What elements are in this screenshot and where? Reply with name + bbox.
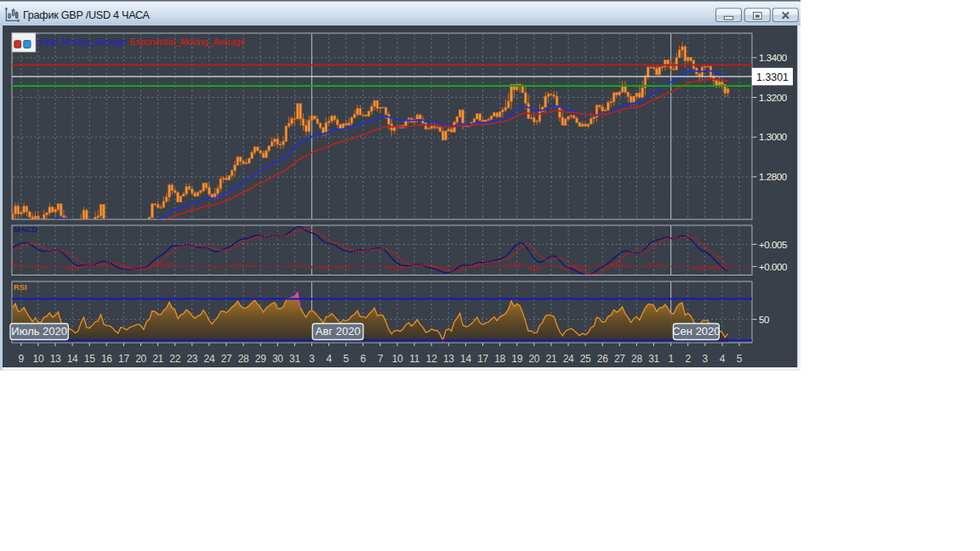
svg-text:27: 27: [614, 353, 625, 365]
svg-text:13: 13: [443, 353, 454, 365]
svg-text:MACD: MACD: [14, 225, 37, 234]
svg-text:5: 5: [737, 353, 743, 365]
svg-text:24: 24: [204, 353, 215, 365]
svg-text:26: 26: [597, 353, 608, 365]
svg-text:Сен 2020: Сен 2020: [672, 325, 720, 338]
svg-text:Авг 2020: Авг 2020: [316, 325, 361, 338]
svg-text:1: 1: [668, 353, 674, 365]
svg-text:Exponential_Moving_Average: Exponential_Moving_Average: [130, 37, 246, 47]
svg-text:1.3301: 1.3301: [756, 71, 789, 83]
svg-text:20: 20: [528, 353, 539, 365]
svg-text:19: 19: [511, 353, 522, 365]
svg-text:31: 31: [648, 353, 659, 365]
svg-text:14: 14: [67, 353, 78, 365]
svg-text:21: 21: [152, 353, 163, 365]
svg-text:3: 3: [309, 353, 315, 365]
svg-text:16: 16: [101, 353, 112, 365]
svg-text:25: 25: [580, 353, 591, 365]
svg-text:50: 50: [759, 314, 769, 325]
svg-text:1.3000: 1.3000: [759, 131, 787, 142]
svg-text:RSI: RSI: [14, 283, 27, 292]
svg-text:29: 29: [255, 353, 266, 365]
svg-text:28: 28: [238, 353, 249, 365]
svg-text:График GBP /USD 4 ЧАСА: График GBP /USD 4 ЧАСА: [23, 9, 151, 21]
svg-text:3: 3: [703, 353, 709, 365]
svg-text:21: 21: [546, 353, 557, 365]
svg-text:13: 13: [50, 353, 61, 365]
svg-text:22: 22: [169, 353, 180, 365]
svg-text:✕: ✕: [781, 9, 790, 22]
svg-text:1.2800: 1.2800: [759, 171, 787, 182]
svg-text:1.3400: 1.3400: [759, 52, 787, 63]
svg-text:6: 6: [361, 353, 367, 365]
svg-text:4: 4: [720, 353, 726, 365]
svg-text:17: 17: [477, 353, 488, 365]
svg-text:5: 5: [344, 353, 350, 365]
svg-text:30: 30: [272, 353, 283, 365]
svg-text:10: 10: [33, 353, 44, 365]
svg-text:20: 20: [135, 353, 146, 365]
svg-text:4: 4: [326, 353, 332, 365]
svg-text:14: 14: [460, 353, 471, 365]
svg-text:+0.005: +0.005: [759, 239, 787, 250]
svg-text:+0.000: +0.000: [759, 261, 787, 272]
svg-text:9: 9: [19, 353, 25, 365]
svg-text:2: 2: [686, 353, 692, 365]
svg-text:10: 10: [392, 353, 403, 365]
svg-text:23: 23: [186, 353, 197, 365]
svg-text:1.3200: 1.3200: [759, 92, 787, 103]
svg-text:15: 15: [84, 353, 95, 365]
svg-text:27: 27: [221, 353, 232, 365]
svg-text:28: 28: [631, 353, 642, 365]
svg-text:17: 17: [118, 353, 129, 365]
svg-text:12: 12: [426, 353, 437, 365]
svg-text:31: 31: [289, 353, 300, 365]
svg-text:Июль 2020: Июль 2020: [11, 325, 67, 338]
svg-text:24: 24: [563, 353, 574, 365]
svg-text:18: 18: [494, 353, 505, 365]
svg-text:7: 7: [378, 353, 384, 365]
svg-text:11: 11: [409, 353, 419, 365]
svg-text:ential_Moving_Average: ential_Moving_Average: [37, 37, 128, 47]
